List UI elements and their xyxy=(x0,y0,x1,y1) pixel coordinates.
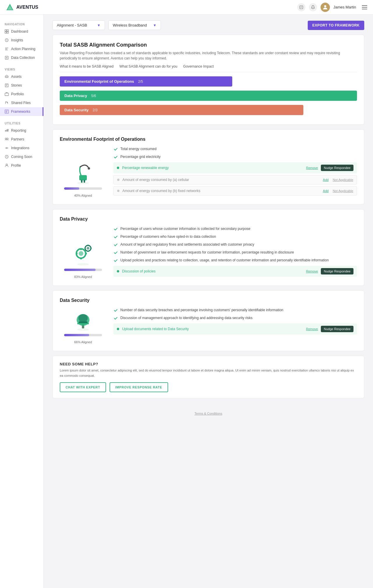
svg-point-25 xyxy=(79,251,83,256)
sidebar-item-portfolio[interactable]: Portfolio xyxy=(0,90,43,98)
env-add-fixed[interactable]: Add xyxy=(323,189,329,193)
security-action-upload: Upload documents related to Data Securit… xyxy=(113,323,357,335)
dot-pending-icon xyxy=(117,179,119,181)
export-button[interactable]: EXPORT TO FRAMEWORK xyxy=(308,21,364,30)
sidebar-item-shared-files[interactable]: Shared Files xyxy=(0,98,43,107)
sidebar-item-frameworks[interactable]: Frameworks xyxy=(0,107,43,116)
privacy-illustration: 83% Aligned xyxy=(60,226,106,279)
sidebar-item-action-planning[interactable]: Action Planning xyxy=(0,45,43,53)
comparison-tabs: What it means to be SASB Aligned What SA… xyxy=(60,64,357,72)
alignment-bar-security: Data Security 2/3 xyxy=(60,105,303,115)
env-na-fixed[interactable]: Not Applicable xyxy=(333,189,353,193)
security-panel: Data Security xyxy=(52,291,364,351)
env-items: Total energy consumed Percentage grid el… xyxy=(113,147,357,197)
sidebar-item-insights[interactable]: Insights xyxy=(0,36,43,45)
svg-rect-19 xyxy=(79,175,87,180)
privacy-nudge-policies[interactable]: Nudge Respondee xyxy=(321,268,353,274)
dot-icon xyxy=(117,167,119,169)
industry-dropdown[interactable]: Wireless Broadband ▼ xyxy=(108,20,161,30)
sidebar-item-data-collection[interactable]: Data Collection xyxy=(0,53,43,62)
sidebar-item-partners[interactable]: Partners xyxy=(0,135,43,144)
improve-response-rate-button[interactable]: IMPROVE RESPONSE RATE xyxy=(110,382,168,392)
svg-rect-29 xyxy=(85,253,87,254)
tab-what-means[interactable]: What it means to be SASB Aligned xyxy=(60,64,114,70)
env-illustration: 40% Aligned xyxy=(60,147,106,197)
tab-governance[interactable]: Governance Impact xyxy=(183,64,214,70)
security-remove-upload[interactable]: Remove xyxy=(306,327,318,331)
sidebar-item-stories[interactable]: Stories xyxy=(0,81,43,90)
privacy-remove-policies[interactable]: Remove xyxy=(306,270,318,273)
chevron-down-icon: ▼ xyxy=(153,23,156,27)
views-section-label: VIEWS xyxy=(0,66,43,72)
privacy-check-4: Number of government or law enforcement … xyxy=(113,250,357,255)
user-name: James Martin xyxy=(333,5,356,9)
sidebar-item-coming-soon[interactable]: Coming Soon xyxy=(0,152,43,161)
security-progress-label: 66% Aligned xyxy=(74,340,92,344)
filter-bar: Alignment - SASB ▼ Wireless Broadband ▼ … xyxy=(52,20,364,30)
sidebar-item-profile[interactable]: Profile xyxy=(0,161,43,170)
svg-point-18 xyxy=(77,182,89,184)
help-buttons: CHAT WITH EXPERT IMPROVE RESPONSE RATE xyxy=(60,382,357,392)
privacy-items: Percentage of users whose customer infor… xyxy=(113,226,357,279)
alignment-bar-privacy: Data Privacy 5/6 xyxy=(60,91,357,101)
app-name: AVENTUS xyxy=(16,5,38,10)
comparison-card: Total SASB Alignment Comparison Value Re… xyxy=(52,35,364,125)
privacy-progress-fill xyxy=(64,269,96,271)
terms-link[interactable]: Terms & Conditions xyxy=(194,412,222,415)
svg-rect-33 xyxy=(87,251,89,252)
env-panel: Environmental Footprint of Operations xyxy=(52,129,364,205)
sidebar: NAVIGATION Dashboard Insights Action Pla… xyxy=(0,15,44,588)
svg-rect-10 xyxy=(6,77,7,78)
alignment-dropdown[interactable]: Alignment - SASB ▼ xyxy=(52,20,105,30)
env-progress-label: 40% Aligned xyxy=(74,194,92,197)
env-action-fixed: Amount of energy consumed by (b) fixed n… xyxy=(113,186,357,196)
security-check-1: Number of data security breaches and per… xyxy=(113,308,357,313)
env-na-cellular[interactable]: Not Applicable xyxy=(333,178,353,182)
help-title: NEED SOME HELP? xyxy=(60,362,357,366)
comparison-title: Total SASB Alignment Comparison xyxy=(60,42,357,48)
svg-rect-7 xyxy=(7,32,8,33)
dot-icon xyxy=(117,328,119,330)
notifications-icon[interactable] xyxy=(297,3,305,11)
privacy-panel: Data Privacy xyxy=(52,209,364,286)
comparison-desc: Value Reporting Foundation has created a… xyxy=(60,50,357,61)
svg-point-15 xyxy=(7,138,8,140)
sidebar-item-assets[interactable]: Assets xyxy=(0,72,43,81)
privacy-check-2: Percentage of customers who have opted-i… xyxy=(113,234,357,239)
dot-pending-icon xyxy=(117,190,119,192)
svg-rect-27 xyxy=(80,258,82,259)
privacy-progress-label: 83% Aligned xyxy=(74,275,92,279)
privacy-check-5: Upload policies and practices relating t… xyxy=(113,258,357,263)
env-action-renewable: Percentage renewable energy Remove Nudge… xyxy=(113,162,357,173)
security-title: Data Security xyxy=(60,298,357,303)
topbar: AVENTUS James Martin xyxy=(0,0,373,15)
alerts-icon[interactable] xyxy=(309,3,317,11)
env-check-2: Percentage grid electricity xyxy=(113,154,357,159)
avatar[interactable] xyxy=(321,3,330,12)
env-remove-renewable[interactable]: Remove xyxy=(306,166,318,170)
sidebar-item-integrations[interactable]: Integrations xyxy=(0,144,43,152)
nav-section-label: NAVIGATION xyxy=(0,20,43,27)
env-progress-bar xyxy=(64,187,102,190)
app-logo: AVENTUS xyxy=(6,3,38,11)
tab-what-does[interactable]: What SASB Alignment can do for you xyxy=(119,64,177,70)
privacy-check-3: Amount of legal and regulatory fines and… xyxy=(113,242,357,247)
privacy-action-policies: Discussion of policies Remove Nudge Resp… xyxy=(113,266,357,277)
svg-rect-26 xyxy=(80,248,82,250)
env-action-cellular: Amount of energy consumed by (a) cellula… xyxy=(113,175,357,184)
security-progress-bar xyxy=(64,334,102,336)
main-content: Alignment - SASB ▼ Wireless Broadband ▼ … xyxy=(44,15,373,588)
env-nudge-renewable[interactable]: Nudge Respondee xyxy=(321,165,353,171)
security-nudge-upload[interactable]: Nudge Respondee xyxy=(321,326,353,332)
topbar-right: James Martin xyxy=(297,3,367,12)
svg-point-14 xyxy=(5,138,7,140)
env-add-cellular[interactable]: Add xyxy=(323,178,329,182)
sidebar-item-dashboard[interactable]: Dashboard xyxy=(0,27,43,36)
chat-with-expert-button[interactable]: CHAT WITH EXPERT xyxy=(60,382,106,392)
sidebar-item-reporting[interactable]: Reporting xyxy=(0,126,43,135)
dot-icon xyxy=(117,270,119,272)
chevron-down-icon: ▼ xyxy=(97,23,101,27)
menu-icon[interactable] xyxy=(362,5,367,9)
svg-point-22 xyxy=(88,167,90,170)
svg-rect-34 xyxy=(85,247,86,249)
